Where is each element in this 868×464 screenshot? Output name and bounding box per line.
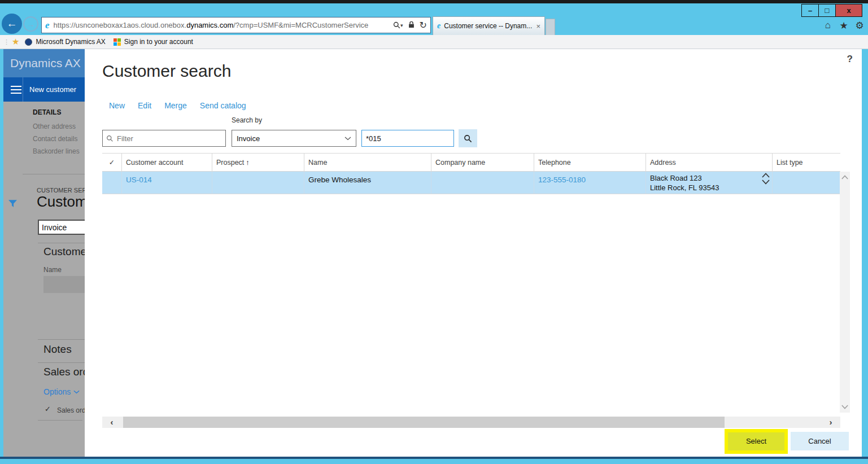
address-spinner	[761, 173, 770, 185]
send-catalog-link[interactable]: Send catalog	[200, 101, 246, 110]
search-by-select[interactable]: Invoice	[232, 130, 356, 147]
address-line2: Little Rock, FL 93543	[650, 183, 772, 192]
dynamics-favicon	[25, 38, 32, 46]
chevron-down-icon	[73, 390, 80, 394]
address-cell: Black Road 123 Little Rock, FL 93543	[645, 172, 772, 194]
url-suffix: /?cmp=USMF&mi=MCRCustomerService	[233, 21, 368, 29]
header-company-name[interactable]: Company name	[431, 154, 534, 171]
merge-link[interactable]: Merge	[164, 101, 187, 110]
header-telephone[interactable]: Telephone	[534, 154, 645, 171]
tab-close-icon[interactable]: ×	[536, 22, 540, 30]
maximize-button[interactable]: □	[818, 4, 835, 17]
filter-funnel-icon[interactable]	[8, 199, 18, 208]
scroll-left-icon[interactable]: ‹	[102, 417, 121, 428]
ax-sidebar: DETAILS Other address Contact details Ba…	[3, 102, 85, 457]
dialog-title: Customer search	[102, 62, 231, 81]
select-highlight-annotation: Select	[725, 429, 788, 454]
ie-page-icon: e	[45, 20, 50, 31]
search-text-input[interactable]	[362, 134, 453, 143]
customer-service-title: Custom	[37, 193, 85, 211]
filter-input-wrap	[102, 130, 226, 147]
name-label: Name	[43, 266, 62, 274]
add-favorite-star-icon[interactable]: ★	[12, 37, 19, 47]
settings-gear-icon[interactable]: ⚙	[853, 20, 866, 32]
new-tab-button[interactable]	[546, 19, 555, 35]
search-icon[interactable]: ▾	[393, 21, 403, 29]
address-line1: Black Road 123	[650, 173, 772, 183]
new-link[interactable]: New	[109, 101, 125, 110]
header-check[interactable]: ✓	[102, 154, 121, 171]
options-dropdown[interactable]: Options	[43, 387, 80, 396]
select-button[interactable]: Select	[728, 432, 784, 450]
url-text: https://usnconeboxax1aos.cloud.onebox.dy…	[54, 21, 391, 29]
tab-title: Customer service -- Dynam...	[444, 22, 534, 30]
header-prospect[interactable]: Prospect↑	[212, 154, 304, 171]
grip-icon: ⋮	[3, 38, 10, 46]
scrollbar-thumb[interactable]	[123, 417, 725, 428]
header-customer-account[interactable]: Customer account	[121, 154, 212, 171]
favorite-signin[interactable]: Sign in to your account	[124, 38, 193, 46]
scroll-right-icon[interactable]: ›	[821, 417, 840, 428]
sidebar-item-other-address[interactable]: Other address	[33, 122, 76, 130]
window-controls: – □ x	[801, 4, 862, 17]
browser-tab[interactable]: e Customer service -- Dynam... ×	[433, 16, 545, 35]
help-icon[interactable]: ?	[847, 54, 853, 65]
home-icon[interactable]: ⌂	[822, 20, 834, 32]
favorites-icon[interactable]: ★	[838, 20, 850, 32]
tab-new-customer[interactable]: New customer	[29, 77, 76, 102]
sales-order-check-label: Sales ord	[57, 406, 85, 414]
name-field[interactable]	[43, 276, 85, 293]
sidebar-item-contact-details[interactable]: Contact details	[33, 135, 77, 143]
edit-link[interactable]: Edit	[138, 101, 151, 110]
sales-orders-heading: Sales orde	[43, 366, 85, 378]
ie-tab-icon: e	[437, 21, 440, 30]
customer-account-link[interactable]: US-014	[126, 176, 152, 184]
search-by-label: Search by	[232, 116, 262, 124]
dynamics-ax-brand: Dynamics AX	[3, 49, 85, 77]
chevron-up-icon[interactable]	[762, 173, 770, 178]
header-address[interactable]: Address	[645, 154, 772, 171]
chevron-down-icon[interactable]	[762, 180, 770, 185]
company-name-cell	[431, 172, 534, 194]
scroll-up-icon[interactable]	[841, 175, 848, 180]
close-button[interactable]: x	[835, 4, 862, 17]
forward-button[interactable]: →	[23, 16, 38, 32]
row-check-cell[interactable]	[102, 172, 121, 194]
back-button[interactable]: ←	[2, 14, 22, 34]
check-icon: ✓	[109, 158, 115, 167]
sidebar-invoice-input[interactable]	[38, 220, 85, 235]
options-label: Options	[43, 387, 71, 396]
divider	[38, 420, 82, 421]
vertical-scrollbar[interactable]	[840, 172, 850, 413]
filter-input[interactable]	[117, 134, 222, 143]
list-type-cell	[772, 172, 840, 194]
minimize-button[interactable]: –	[801, 4, 818, 17]
check-icon: ✓	[45, 405, 51, 413]
prospect-cell	[212, 172, 304, 194]
window-border-bottom	[0, 459, 868, 464]
table-row[interactable]: US-014 Grebe Wholesales 123-555-0180 Bla…	[102, 172, 840, 194]
telephone-link[interactable]: 123-555-0180	[538, 176, 586, 184]
action-links: New Edit Merge Send catalog	[109, 101, 246, 110]
back-arrow-icon: ←	[7, 17, 18, 30]
cancel-button[interactable]: Cancel	[791, 432, 849, 450]
ax-nav-strip: New customer	[3, 77, 85, 102]
details-header: DETAILS	[33, 108, 61, 116]
refresh-icon[interactable]: ↻	[420, 20, 427, 30]
favorites-bar: ⋮ ★ Microsoft Dynamics AX Sign in to you…	[0, 35, 868, 49]
divider	[23, 174, 85, 174]
search-button[interactable]	[459, 129, 477, 147]
results-table: ✓ Customer account Prospect↑ Name Compan…	[102, 153, 840, 194]
address-bar[interactable]: e https://usnconeboxax1aos.cloud.onebox.…	[41, 17, 431, 33]
microsoft-logo-icon	[114, 38, 121, 46]
customer-section-heading: Customer	[43, 246, 85, 258]
scroll-down-icon[interactable]	[841, 405, 848, 409]
sidebar-item-backorder-lines[interactable]: Backorder lines	[33, 147, 80, 155]
favorite-dynamics-ax[interactable]: Microsoft Dynamics AX	[36, 38, 105, 46]
header-list-type[interactable]: List type	[772, 154, 840, 171]
hamburger-menu-icon[interactable]	[11, 86, 21, 96]
horizontal-scrollbar[interactable]: ‹ ›	[102, 417, 840, 428]
name-cell: Grebe Wholesales	[304, 172, 431, 194]
header-name[interactable]: Name	[304, 154, 431, 171]
divider	[38, 243, 85, 243]
